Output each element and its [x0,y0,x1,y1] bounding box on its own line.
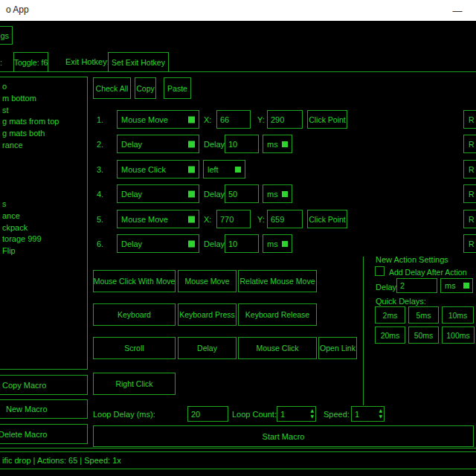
add-delay-after-action-checkbox[interactable] [375,266,385,276]
toolbar-divider [0,71,476,72]
delay-value-input[interactable] [225,184,259,203]
settings-delay-input[interactable] [396,278,437,293]
action-type-select[interactable]: Mouse Move [117,110,199,129]
y-coordinate-input[interactable] [267,110,303,129]
add-mouse-click-with-move-button[interactable]: Mouse Click With Move [93,270,176,292]
delay-value-input[interactable] [225,135,259,153]
stepper-down-icon[interactable]: ▼ [310,414,314,419]
copy-button[interactable]: Copy [135,77,156,99]
remove-button[interactable]: R [463,160,476,178]
macro-list-item[interactable]: rance [2,140,87,152]
action-type-select[interactable]: Mouse Click [117,160,199,178]
remove-button[interactable]: R [463,234,476,253]
action-type-select[interactable]: Delay [117,184,199,203]
tab-settings[interactable]: gs [0,26,13,45]
status-text: ific drop | Actions: 65 | Speed: 1x [2,456,121,465]
macro-list-item[interactable]: ance [2,210,87,222]
click-point-button[interactable]: Click Point [307,210,347,228]
quick-delay-5ms-button[interactable]: 5ms [408,306,439,324]
action-number: 4. [97,190,103,199]
macro-list-item[interactable]: torage 999 [2,234,87,245]
mouse-button-select[interactable]: left [203,160,245,178]
remove-button[interactable]: R [463,184,476,203]
loop-delay-input[interactable] [187,406,228,422]
toggle-hotkey-button[interactable]: Toggle: f6 [13,52,48,72]
x-coordinate-input[interactable] [216,110,251,129]
add-keyboard-button[interactable]: Keyboard [93,303,176,326]
set-exit-hotkey-button[interactable]: Set Exit Hotkey [108,52,169,72]
action-number: 2. [97,140,103,149]
action-type-select[interactable]: Delay [117,234,199,253]
action-type-select[interactable]: Mouse Move [117,210,199,228]
remove-button[interactable]: R [463,210,476,228]
delay-label: Delay [204,140,225,149]
macro-list-item[interactable]: g mats from top [2,116,87,128]
quick-delays-label: Quick Delays: [376,297,426,306]
macro-list-item[interactable] [2,164,87,176]
add-scroll-button[interactable]: Scroll [93,337,176,359]
action-type-select[interactable]: Delay [117,135,199,153]
delay-value-input[interactable] [225,234,259,253]
add-mouse-click-button[interactable]: Mouse Click [238,337,317,359]
delay-unit-select[interactable]: ms [263,135,292,153]
click-point-button[interactable]: Click Point [307,110,347,129]
check-all-button[interactable]: Check All [93,77,131,99]
selected-unit: ms [267,140,278,149]
window-titlebar: o App — [0,0,476,21]
add-right-click-button[interactable]: Right Click [93,373,176,395]
add-keyboard-press-button[interactable]: Keyboard Press [178,303,237,326]
copy-macro-button[interactable]: Copy Macro [0,375,88,395]
macro-list-item[interactable]: st [2,105,87,117]
loop-count-stepper[interactable]: 1 ▲ ▼ [277,406,316,422]
delete-macro-button[interactable]: Delete Macro [0,424,88,444]
settings-delay-unit-select[interactable]: ms [440,278,473,293]
quick-delay-20ms-button[interactable]: 20ms [375,327,405,344]
macro-list-item[interactable]: s [2,199,87,210]
macro-list-item[interactable]: Flip [2,245,87,257]
remove-button[interactable]: R [463,110,476,129]
macro-list-item[interactable] [2,187,87,199]
add-relative-mouse-move-button[interactable]: Relative Mouse Move [238,270,317,292]
selected-unit: ms [445,281,456,290]
stepper-up-icon[interactable]: ▲ [379,408,382,414]
macro-list[interactable]: o m bottom st g mats from top g mats bot… [0,77,88,370]
dropdown-indicator-icon [282,241,288,247]
stepper-arrows-icon[interactable]: ▲ ▼ [310,408,314,419]
quick-delay-2ms-button[interactable]: 2ms [375,306,405,324]
paste-button[interactable]: Paste [164,77,191,99]
add-delay-button[interactable]: Delay [178,337,237,359]
delay-unit-select[interactable]: ms [263,184,292,203]
macro-list-item[interactable] [2,175,87,187]
remove-button[interactable]: R [463,135,476,153]
exit-hotkey-label: Exit Hotkey: [65,57,109,66]
dropdown-indicator-icon [188,141,195,147]
quick-delay-50ms-button[interactable]: 50ms [408,327,439,344]
selected-action-type: Delay [121,140,142,149]
dropdown-indicator-icon [463,283,469,289]
add-mouse-move-button[interactable]: Mouse Move [178,270,237,292]
macro-list-item[interactable]: m bottom [2,93,87,105]
hotkey-label-fragment: : [0,58,2,67]
loop-count-value: 1 [280,410,306,419]
y-coordinate-input[interactable] [267,210,303,228]
add-keyboard-release-button[interactable]: Keyboard Release [238,303,317,326]
quick-delay-10ms-button[interactable]: 10ms [442,306,474,324]
macro-list-item[interactable]: ckpack [2,222,87,234]
start-macro-button[interactable]: Start Macro [93,425,474,447]
add-open-link-button[interactable]: Open Link [318,337,357,359]
new-macro-button[interactable]: New Macro [0,399,88,419]
stepper-up-icon[interactable]: ▲ [310,408,314,414]
quick-delay-100ms-button[interactable]: 100ms [442,327,475,344]
stepper-arrows-icon[interactable]: ▲ ▼ [379,408,382,419]
dropdown-indicator-icon [282,191,288,197]
stepper-down-icon[interactable]: ▼ [379,414,382,419]
delay-unit-select[interactable]: ms [263,234,292,253]
macro-list-item[interactable]: o [2,81,87,93]
macro-list-item[interactable] [2,152,87,164]
bottom-divider [0,448,476,448]
x-coordinate-input[interactable] [216,210,251,228]
selected-action-type: Mouse Move [121,215,168,224]
macro-list-item[interactable]: g mats both [2,128,87,140]
minimize-button[interactable]: — [446,1,469,19]
speed-stepper[interactable]: 1 ▲ ▼ [351,406,385,422]
